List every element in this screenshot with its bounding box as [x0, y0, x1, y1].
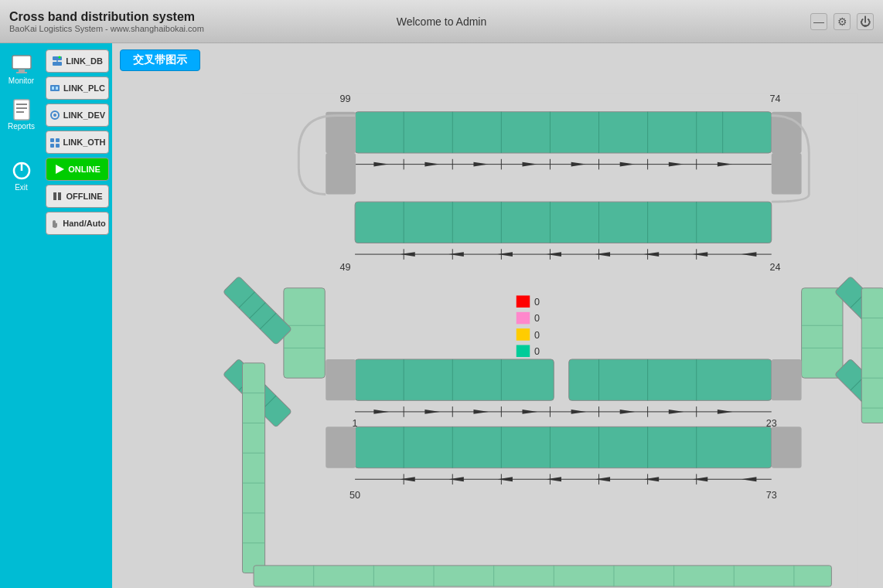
- svg-rect-13: [50, 85, 60, 91]
- welcome-text: Welcome to Admin: [397, 15, 486, 28]
- svg-rect-3: [14, 100, 29, 120]
- svg-rect-26: [355, 112, 772, 153]
- svg-text:0: 0: [534, 313, 540, 324]
- control-panel: LINK_DB LINK_PLC LINK_DEV LIN: [43, 43, 112, 588]
- close-button[interactable]: ⏻: [857, 13, 874, 30]
- power-icon: [11, 160, 32, 182]
- exit-label: Exit: [15, 183, 28, 192]
- svg-text:0: 0: [534, 346, 540, 357]
- svg-rect-79: [284, 288, 325, 378]
- svg-rect-0: [12, 56, 31, 69]
- svg-rect-18: [50, 138, 54, 142]
- svg-rect-133: [326, 359, 356, 400]
- svg-rect-165: [254, 566, 831, 586]
- svg-text:0: 0: [534, 330, 540, 341]
- svg-text:23: 23: [766, 418, 777, 429]
- titlebar: Cross band distribution system BaoKai Lo…: [0, 0, 883, 43]
- app-title: Cross band distribution system: [9, 10, 204, 24]
- svg-rect-185: [517, 312, 530, 325]
- svg-rect-153: [243, 363, 265, 573]
- svg-rect-55: [355, 202, 772, 243]
- svg-rect-1: [19, 70, 25, 72]
- svg-rect-5: [16, 107, 27, 109]
- main-area: Monitor Reports Exit: [0, 43, 883, 588]
- svg-rect-23: [53, 192, 56, 200]
- content-area: 交叉带图示: [112, 43, 883, 588]
- svg-point-17: [53, 114, 56, 117]
- reports-icon: [11, 99, 32, 121]
- svg-rect-160: [861, 288, 883, 423]
- svg-rect-82: [802, 288, 843, 378]
- title-left: Cross band distribution system BaoKai Lo…: [9, 10, 204, 33]
- svg-rect-4: [16, 104, 27, 105]
- svg-rect-134: [326, 427, 356, 467]
- svg-text:99: 99: [339, 93, 350, 104]
- svg-text:50: 50: [349, 490, 360, 501]
- svg-rect-19: [56, 138, 60, 142]
- svg-rect-52: [326, 153, 356, 194]
- reports-label: Reports: [8, 122, 35, 131]
- hand-icon: [49, 218, 60, 229]
- monitor-icon: [11, 53, 32, 75]
- svg-rect-85: [355, 359, 554, 400]
- svg-rect-6: [16, 111, 24, 113]
- minimize-button[interactable]: —: [810, 13, 827, 30]
- link-plc-button[interactable]: LINK_PLC: [46, 76, 109, 100]
- diagram-area: 99 74 49 24 1 23 50 73 0 0: [112, 78, 883, 588]
- offline-button[interactable]: OFFLINE: [46, 185, 109, 208]
- settings-button[interactable]: ⚙: [834, 13, 851, 30]
- link-dev-button[interactable]: LINK_DEV: [46, 104, 109, 127]
- plc-icon: [49, 83, 60, 93]
- link-db-button[interactable]: LINK_DB: [46, 49, 109, 73]
- handauto-button[interactable]: Hand/Auto: [46, 212, 109, 235]
- diagram-button[interactable]: 交叉带图示: [120, 49, 200, 71]
- svg-text:24: 24: [770, 262, 781, 273]
- sidebar-item-monitor[interactable]: Monitor: [2, 47, 41, 91]
- svg-rect-15: [56, 87, 58, 90]
- dev-icon: [49, 110, 60, 121]
- play-icon: [54, 164, 65, 175]
- svg-rect-20: [50, 144, 54, 148]
- oth-icon: [49, 137, 60, 148]
- svg-text:0: 0: [534, 297, 540, 308]
- link-oth-button[interactable]: LINK_OTH: [46, 131, 109, 154]
- svg-rect-51: [326, 112, 356, 153]
- svg-rect-14: [52, 87, 54, 90]
- toolbar: 交叉带图示: [112, 43, 883, 77]
- svg-rect-24: [58, 192, 61, 200]
- svg-rect-187: [517, 328, 530, 341]
- svg-rect-10: [53, 62, 62, 66]
- svg-rect-54: [772, 153, 802, 194]
- window-controls: — ⚙ ⏻: [810, 13, 874, 30]
- svg-text:74: 74: [770, 93, 781, 104]
- pause-icon: [52, 191, 63, 202]
- svg-point-12: [59, 56, 61, 59]
- svg-text:73: 73: [766, 490, 777, 501]
- subtitle: BaoKai Logistics System - www.shanghaibo…: [9, 24, 204, 33]
- svg-marker-22: [56, 165, 64, 174]
- sidebar: Monitor Reports Exit: [0, 43, 43, 588]
- sidebar-item-exit[interactable]: Exit: [2, 154, 41, 198]
- svg-rect-135: [772, 359, 802, 400]
- online-button[interactable]: ONLINE: [46, 158, 109, 181]
- svg-text:1: 1: [353, 418, 358, 429]
- svg-rect-136: [772, 427, 802, 467]
- svg-rect-2: [16, 72, 27, 73]
- svg-rect-109: [355, 427, 772, 467]
- sidebar-item-reports[interactable]: Reports: [2, 93, 41, 137]
- db-icon: [52, 56, 63, 66]
- svg-rect-21: [56, 144, 60, 148]
- svg-rect-189: [517, 345, 530, 358]
- svg-rect-183: [517, 295, 530, 308]
- svg-text:49: 49: [339, 262, 350, 273]
- monitor-label: Monitor: [9, 76, 34, 85]
- belt-diagram-svg: 99 74 49 24 1 23 50 73 0 0: [112, 78, 883, 588]
